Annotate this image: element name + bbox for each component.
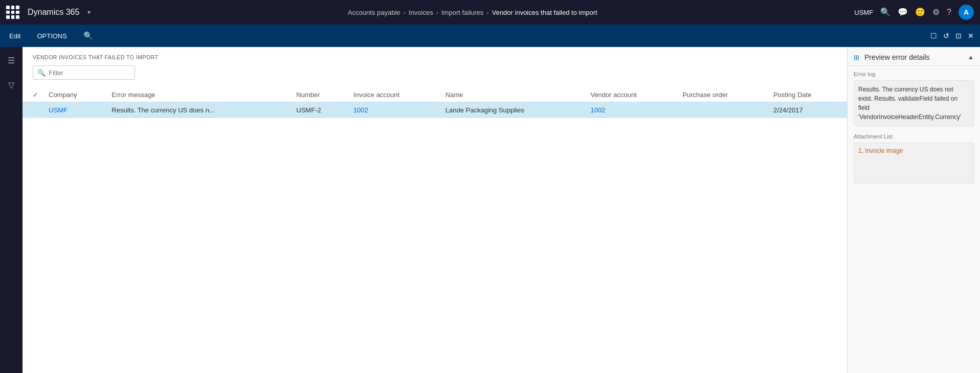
options-button[interactable]: OPTIONS [34, 30, 70, 42]
content-area: VENDOR INVOICES THAT FAILED TO IMPORT 🔍 … [23, 47, 847, 373]
breadcrumb-sep-3: › [486, 9, 488, 16]
row-posting-date: 2/24/2017 [768, 102, 847, 119]
main-layout: ☰ ▽ VENDOR INVOICES THAT FAILED TO IMPOR… [0, 47, 980, 373]
filter-bar: 🔍 [33, 65, 837, 80]
command-bar: Edit OPTIONS 🔍 ☐ ↺ ⊡ ✕ [0, 25, 980, 47]
org-label: USMF [854, 9, 873, 16]
filter-input-wrap: 🔍 [33, 65, 135, 80]
invoice-account-link[interactable]: 1002 [353, 106, 368, 114]
chat-icon[interactable]: 💬 [898, 8, 908, 16]
table-row[interactable]: USMF Results. The currency US does n... … [23, 102, 847, 119]
face-icon[interactable]: 🙂 [915, 8, 925, 16]
breadcrumb: Accounts payable › Invoices › Import fai… [91, 9, 854, 16]
gear-icon[interactable]: ⚙ [932, 8, 940, 16]
data-table: ✓ Company Error message Number Invoice a… [23, 88, 847, 118]
content-header: VENDOR INVOICES THAT FAILED TO IMPORT 🔍 [23, 47, 847, 88]
row-error-message: Results. The currency US does n... [106, 102, 291, 119]
vendor-account-link[interactable]: 1002 [590, 106, 605, 114]
page-title: VENDOR INVOICES THAT FAILED TO IMPORT [33, 54, 837, 60]
error-log-text: Results. The currency US does not exist.… [854, 80, 974, 126]
col-header-invoice-account[interactable]: Invoice account [348, 88, 440, 102]
preview-expand-icon[interactable]: ⊞ [854, 54, 859, 61]
error-log-label: Error log [854, 71, 974, 77]
row-name: Lande Packaging Supplies [440, 102, 586, 119]
sidebar: ☰ ▽ [0, 47, 23, 373]
edit-button[interactable]: Edit [6, 30, 24, 42]
attachment-list-box: 1, Invocie image [854, 143, 974, 183]
col-header-posting-date[interactable]: Posting Date [768, 88, 847, 102]
col-header-vendor-account[interactable]: Vendor account [585, 88, 677, 102]
filter-search-icon: 🔍 [37, 69, 46, 77]
preview-title: Preview error details [864, 53, 930, 61]
search-icon-top[interactable]: 🔍 [880, 8, 890, 16]
preview-header: ⊞ Preview error details ▲ [848, 47, 980, 66]
breadcrumb-vendor-invoices: Vendor invoices that failed to import [492, 9, 597, 16]
waffle-icon[interactable] [6, 6, 19, 19]
refresh-icon[interactable]: ↺ [943, 32, 949, 40]
breadcrumb-import-failures[interactable]: Import failures [441, 9, 483, 16]
attachment-list-label: Attachment List [854, 133, 974, 139]
col-header-number[interactable]: Number [291, 88, 348, 102]
col-header-purchase-order[interactable]: Purchase order [677, 88, 768, 102]
row-company: USMF [43, 102, 106, 119]
help-icon[interactable]: ? [947, 8, 951, 16]
company-link[interactable]: USMF [49, 106, 68, 114]
resize-icon[interactable]: ⊡ [955, 32, 962, 40]
col-header-error-message[interactable]: Error message [106, 88, 291, 102]
sidebar-filter-icon[interactable]: ▽ [3, 77, 19, 93]
attachment-item-link[interactable]: 1, Invocie image [858, 147, 903, 154]
row-vendor-account: 1002 [585, 102, 677, 119]
table-header-row: ✓ Company Error message Number Invoice a… [23, 88, 847, 102]
row-purchase-order [677, 102, 768, 119]
window-icon[interactable]: ☐ [930, 32, 937, 40]
app-title: Dynamics 365 [28, 8, 79, 17]
row-check[interactable] [23, 102, 43, 119]
close-icon[interactable]: ✕ [968, 32, 974, 40]
preview-panel: ⊞ Preview error details ▲ Error log Resu… [847, 47, 980, 373]
sidebar-menu-icon[interactable]: ☰ [3, 52, 19, 68]
col-header-check: ✓ [23, 88, 43, 102]
breadcrumb-accounts-payable[interactable]: Accounts payable [348, 9, 400, 16]
search-button-cmd[interactable]: 🔍 [80, 29, 96, 42]
breadcrumb-sep-2: › [436, 9, 438, 16]
breadcrumb-invoices[interactable]: Invoices [409, 9, 433, 16]
row-invoice-account: 1002 [348, 102, 440, 119]
avatar[interactable]: A [959, 5, 974, 20]
preview-collapse-button[interactable]: ▲ [968, 54, 974, 61]
top-nav-bar: Dynamics 365 ▾ Accounts payable › Invoic… [0, 0, 980, 25]
row-number: USMF-2 [291, 102, 348, 119]
col-header-name[interactable]: Name [440, 88, 586, 102]
table-wrapper: ✓ Company Error message Number Invoice a… [23, 88, 847, 373]
preview-body: Error log Results. The currency US does … [848, 66, 980, 373]
breadcrumb-sep-1: › [404, 9, 406, 16]
col-header-company[interactable]: Company [43, 88, 106, 102]
filter-input[interactable] [49, 69, 130, 77]
